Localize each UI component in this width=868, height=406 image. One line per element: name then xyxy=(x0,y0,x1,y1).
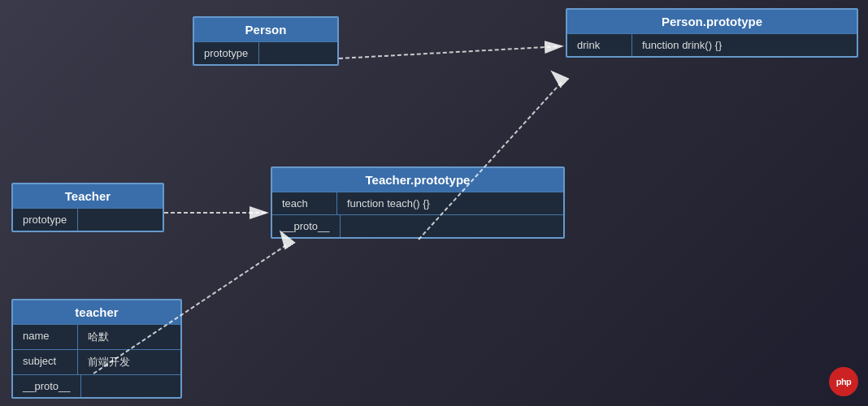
person-body: prototype xyxy=(194,41,337,64)
teacher-teach-value: function teach() {} xyxy=(337,192,563,214)
teacher-constructor-header: Teacher xyxy=(13,184,163,208)
teacher-subject-label: subject xyxy=(13,350,78,374)
person-box: Person prototype xyxy=(193,16,339,66)
teacher-teach-label: teach xyxy=(272,192,337,214)
teacher-constructor-body: prototype xyxy=(13,208,163,231)
teacher-constructor-prototype-label: prototype xyxy=(13,209,78,231)
person-drink-label: drink xyxy=(567,34,632,56)
person-prototype-body: drink function drink() {} xyxy=(567,33,857,56)
teacher-instance-box: teacher name 哈默 subject 前端开发 __proto__ xyxy=(11,299,182,399)
teacher-name-value: 哈默 xyxy=(78,325,180,349)
teacher-teach-row: teach function teach() {} xyxy=(272,192,563,214)
person-prototype-box: Person.prototype drink function drink() … xyxy=(566,8,858,58)
teacher-subject-value: 前端开发 xyxy=(78,350,180,374)
teacher-proto-value xyxy=(341,215,563,237)
teacher-prototype-box: Teacher.prototype teach function teach()… xyxy=(271,166,565,239)
teacher-instance-proto-label: __proto__ xyxy=(13,375,81,397)
person-prototype-label: prototype xyxy=(194,42,259,64)
person-to-prototype-arrow xyxy=(339,46,561,58)
teacher-prototype-header: Teacher.prototype xyxy=(272,168,563,192)
teacher-instance-proto-row: __proto__ xyxy=(13,374,180,397)
person-prototype-value xyxy=(259,42,337,64)
person-header: Person xyxy=(194,18,337,41)
teacher-constructor-box: Teacher prototype xyxy=(11,183,164,232)
teacher-proto-label: __proto__ xyxy=(272,215,341,237)
php-badge: php xyxy=(829,367,858,396)
person-drink-row: drink function drink() {} xyxy=(567,33,857,56)
teacher-name-label: name xyxy=(13,325,78,349)
person-drink-value: function drink() {} xyxy=(632,34,857,56)
person-prototype-header: Person.prototype xyxy=(567,10,857,33)
teacher-instance-header: teacher xyxy=(13,300,180,324)
teacher-subject-row: subject 前端开发 xyxy=(13,349,180,374)
teacher-constructor-prototype-row: prototype xyxy=(13,208,163,231)
teacher-name-row: name 哈默 xyxy=(13,324,180,349)
teacher-proto-row: __proto__ xyxy=(272,214,563,237)
person-prototype-row: prototype xyxy=(194,41,337,64)
teacher-instance-body: name 哈默 subject 前端开发 __proto__ xyxy=(13,324,180,397)
teacher-constructor-prototype-value xyxy=(78,209,163,231)
teacher-instance-proto-value xyxy=(81,375,180,397)
teacher-prototype-body: teach function teach() {} __proto__ xyxy=(272,192,563,237)
